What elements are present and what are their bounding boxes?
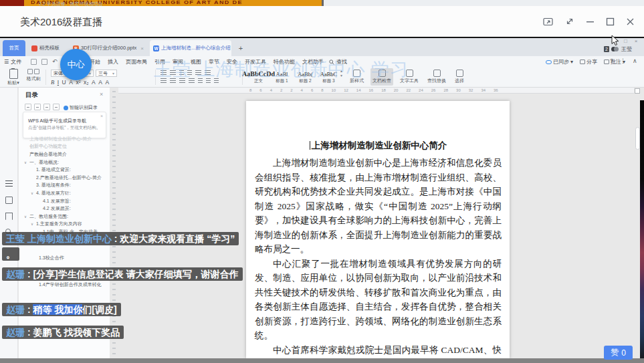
help-actions: ? ⋮ ∧	[610, 57, 637, 64]
toc-item[interactable]: 4.2 发展愿景:	[24, 205, 108, 213]
popup-window-icon[interactable]	[543, 17, 554, 26]
chevron-down-icon: ∨	[31, 191, 36, 195]
document-scrollbar-thumb[interactable]	[635, 127, 640, 150]
menu-tab[interactable]: 插入	[108, 58, 118, 66]
font-style-button[interactable]: B	[51, 79, 54, 86]
titlebar: 美术2016级群直播	[0, 6, 644, 38]
toc-list: 上海增材制造业创新中心-简介 创新中心功能定位 产教融合基地简介 ∨ 一、基地概…	[24, 135, 108, 236]
like-button[interactable]: 赞 0	[604, 346, 633, 360]
ruler-toggle-button[interactable]	[635, 88, 640, 94]
toc-refresh-icon[interactable]	[53, 104, 60, 110]
ribbon-tool-button[interactable]: 查找替换	[425, 68, 448, 86]
ruler-tick: 34	[481, 88, 486, 93]
ai-tip-card: × WPS AI助手可生成目录导航 点击“创建目录导航”，呈现文档结构。	[23, 112, 106, 138]
close-icon[interactable]	[626, 17, 635, 26]
toc-item[interactable]: 1. 基地成立背景:	[24, 166, 108, 174]
font-style-button[interactable]: U	[62, 79, 66, 86]
ruler-tick: 36	[494, 88, 498, 93]
ruler-tick: 2	[280, 88, 282, 93]
share-icon	[580, 59, 585, 64]
chevron-down-icon: ∨	[24, 215, 29, 219]
paste-button[interactable]: 粘贴▾	[5, 69, 21, 86]
new-tab-button[interactable]: +	[235, 40, 246, 56]
toc-item[interactable]: 2.产教基地依托...创新中心-简介	[24, 174, 108, 182]
document-paragraph: 中心汇聚了一批在增材制造领域具有优势发展方向的研发、制造、应用单位，以协同创新为…	[255, 257, 502, 343]
font-style-button[interactable]: x₂	[84, 79, 89, 86]
toc-item[interactable]: ∨ 二、教培服务范围:	[24, 213, 108, 221]
ruler-tick: 24	[419, 88, 423, 93]
collapse-ribbon-icon[interactable]: ∧	[633, 57, 637, 64]
cut-icon[interactable]	[27, 69, 33, 74]
smart-toc-button[interactable]: 智能识别目录	[64, 104, 98, 111]
format-painter-button[interactable]: 格式刷	[24, 69, 43, 82]
toc-item[interactable]: 2.2 学员进修、固定环境相结合	[39, 0, 103, 8]
toc-item[interactable]: 创新中心功能定位	[24, 143, 108, 151]
print-icon[interactable]	[41, 59, 47, 65]
tab-docer-template[interactable]: 稻壳模板	[28, 40, 67, 56]
font-style-button[interactable]: A	[98, 79, 102, 86]
more-icon[interactable]: ⋮	[620, 57, 626, 64]
tab-active-document[interactable]: W 上海增材制造...新中心综合介绍 ×	[150, 40, 231, 56]
toc-expand-icon[interactable]	[25, 104, 31, 110]
toc-item[interactable]: 4.1 发展宗旨:	[24, 197, 108, 205]
fullscreen-icon[interactable]	[565, 17, 574, 26]
chat-message: 赵珊 : 稍等 我加你们[调皮]	[2, 302, 121, 318]
tab-home[interactable]: 首页	[3, 40, 25, 56]
tab-close-icon[interactable]: ×	[140, 45, 144, 51]
ribbon-tool-button[interactable]: 选择	[453, 68, 466, 86]
divider	[45, 70, 46, 85]
help-icon[interactable]: ?	[610, 57, 613, 64]
share-button[interactable]: 分享	[580, 58, 597, 66]
file-menu-button[interactable]: ☰ 文件	[4, 58, 21, 66]
ruler-tick: 8	[321, 88, 323, 93]
ruler-tick: 4	[301, 88, 303, 93]
font-style-button[interactable]: I	[58, 79, 59, 86]
toc-item[interactable]: 上海增材制造业创新中心-简介	[24, 135, 108, 143]
bottom-bar	[0, 358, 644, 363]
center-floating-badge[interactable]: 中心	[60, 49, 92, 80]
tool-icon	[456, 70, 463, 77]
text-cursor	[310, 141, 310, 150]
wps-close-icon[interactable]: ×	[635, 38, 638, 44]
copy-icon[interactable]	[34, 69, 39, 74]
chevron-down-icon: ▾	[570, 59, 573, 65]
tip-body: 点击“创建目录导航”，呈现文档结构。	[28, 125, 101, 131]
minimize-icon[interactable]	[586, 17, 595, 26]
image-nav-icon[interactable]	[5, 197, 13, 204]
stream-watermark: 王莹 上海制造业创新中心 学习	[154, 57, 409, 82]
toc-collapse-icon[interactable]	[34, 104, 41, 110]
chat-message: 赵珊 : 姜鹏飞 找我领下奖品	[2, 325, 124, 340]
chevron-down-icon: ▾	[17, 80, 19, 85]
tip-close-icon[interactable]: ×	[100, 114, 103, 118]
toc-item[interactable]: ∨ 一、基地概况:	[24, 158, 108, 166]
toc-item[interactable]: ∨ 1.主要服务方向及内容	[24, 221, 108, 229]
ruler-tick: 18	[381, 88, 386, 93]
font-style-button[interactable]: A	[92, 79, 96, 86]
collaborator-count-badge: 2	[604, 46, 609, 52]
ruler-tick: 26	[431, 88, 436, 93]
menu-tab[interactable]: 页面布局	[126, 58, 147, 66]
document-page[interactable]: 上海增材制造制造业创新中心简介 上海增材制造制造业创新中心是上海市经济和信息化委…	[246, 101, 510, 358]
background-video-sliver	[640, 100, 644, 363]
document-paragraph: 上海增材制造制造业创新中心是上海市经济和信息化委员会组织指导、核准批复，由上海市…	[255, 156, 502, 257]
maximize-icon[interactable]	[606, 17, 615, 26]
toc-close-icon[interactable]: ×	[100, 91, 103, 98]
tip-title: WPS AI助手可生成目录导航	[28, 118, 101, 124]
ruler-tick: 12	[344, 88, 348, 93]
toc-item[interactable]: ∨ 4. 基地发展方针:	[24, 189, 108, 197]
toc-item[interactable]: 3. 基地现有条件:	[24, 182, 108, 190]
chevron-down-icon: ∨	[31, 222, 36, 226]
bookmark-icon[interactable]	[5, 213, 13, 220]
toc-item[interactable]: 产教融合基地简介	[24, 150, 108, 158]
comment-icon	[604, 59, 609, 64]
tool-icon	[433, 70, 441, 77]
undo-icon[interactable]: ↶	[52, 58, 58, 65]
wps-maximize-icon[interactable]: □	[624, 38, 627, 44]
outline-icon[interactable]	[5, 180, 13, 188]
like-count: 0	[621, 348, 626, 358]
toc-level-icon[interactable]	[43, 104, 50, 110]
sync-status[interactable]: 已同步▾	[546, 58, 573, 66]
font-size-select[interactable]: 三号▾	[96, 70, 117, 77]
font-style-button[interactable]: A	[105, 79, 109, 86]
save-icon[interactable]	[31, 59, 37, 65]
